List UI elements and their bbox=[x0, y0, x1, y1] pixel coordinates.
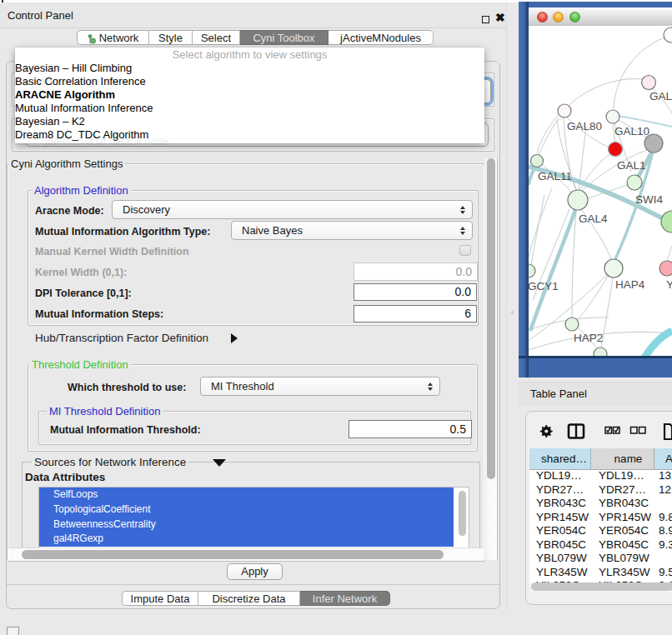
svg-text:HAP2: HAP2 bbox=[574, 332, 603, 344]
svg-text:HAP4: HAP4 bbox=[615, 278, 645, 291]
svg-text:GCY1: GCY1 bbox=[529, 280, 559, 292]
svg-text:GAL2: GAL2 bbox=[649, 90, 672, 102]
svg-text:GAL80: GAL80 bbox=[567, 120, 602, 132]
svg-text:GAL4: GAL4 bbox=[579, 212, 608, 225]
svg-text:YL: YL bbox=[666, 278, 672, 291]
svg-text:SWI4: SWI4 bbox=[635, 193, 663, 206]
svg-text:GAL1: GAL1 bbox=[617, 159, 646, 172]
svg-text:GAL11: GAL11 bbox=[538, 170, 572, 182]
svg-text:GAL10: GAL10 bbox=[614, 125, 649, 138]
